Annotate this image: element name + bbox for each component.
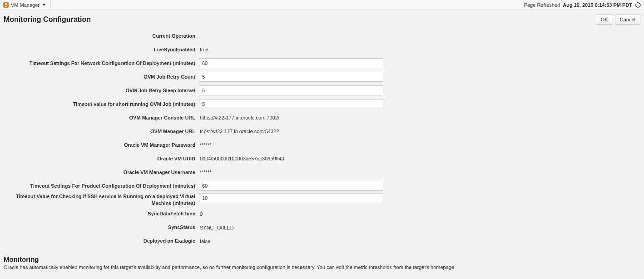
- field-ovm-job-retry-sleep: OVM Job Retry Sleep Interval: [4, 84, 640, 97]
- page-title: Monitoring Configuration: [4, 15, 91, 24]
- monitoring-config-form: Current Operation LiveSyncEnabled true T…: [0, 27, 644, 252]
- label-timeout-ssh-check: Timeout Value for Checking if SSH servic…: [4, 193, 199, 207]
- label-ovm-username: Oracle VM Manager Username: [4, 169, 199, 176]
- input-timeout-network-cfg[interactable]: [199, 58, 383, 68]
- label-current-operation: Current Operation: [4, 33, 199, 40]
- topbar: VM Manager Page Refreshed Aug 19, 2015 6…: [0, 0, 644, 10]
- label-deployed-on-exalogic: Deployed on Exalogic: [4, 238, 199, 244]
- value-sync-data-fetch-time: 0: [199, 209, 203, 219]
- monitoring-section-title: Monitoring: [4, 255, 640, 263]
- value-ovm-manager-url: tcps://vt22-177.in.oracle.com:54322: [199, 127, 280, 136]
- input-timeout-product-cfg[interactable]: [199, 181, 383, 191]
- label-sync-data-fetch-time: SyncDataFetchTime: [4, 210, 199, 217]
- field-timeout-short-ovm: Timeout value for short running OVM Job …: [4, 97, 640, 111]
- input-timeout-ssh-check[interactable]: [199, 193, 383, 203]
- label-ovm-job-retry-count: OVM Job Retry Count: [4, 74, 199, 80]
- label-ovm-console-url: OVM Manager Console URL: [4, 115, 199, 121]
- field-ovm-manager-url: OVM Manager URL tcps://vt22-177.in.oracl…: [4, 125, 640, 138]
- vm-manager-menu[interactable]: VM Manager: [3, 0, 51, 10]
- field-sync-status: SyncStatus SYNC_FAILED: [4, 221, 640, 234]
- value-ovm-uuid: 0004fb00000100003ae57ac309a9ff40: [199, 154, 285, 163]
- svg-point-1: [5, 3, 7, 5]
- field-live-sync-enabled: LiveSyncEnabled true: [4, 43, 640, 56]
- field-ovm-username: Oracle VM Manager Username ******: [4, 165, 640, 179]
- value-current-operation: [199, 34, 201, 38]
- label-live-sync-enabled: LiveSyncEnabled: [4, 46, 199, 53]
- value-deployed-on-exalogic: false: [199, 237, 211, 246]
- field-ovm-job-retry-count: OVM Job Retry Count: [4, 70, 640, 84]
- label-timeout-product-cfg: Timeout Settings For Product Configurati…: [4, 183, 199, 189]
- page-header: Monitoring Configuration OK Cancel: [0, 10, 644, 27]
- monitoring-section-desc: Oracle has automatically enabled monitor…: [4, 264, 640, 271]
- label-ovm-manager-url: OVM Manager URL: [4, 128, 199, 135]
- value-ovm-password: ******: [199, 140, 213, 149]
- action-buttons: OK Cancel: [596, 15, 640, 25]
- label-ovm-uuid: Oracle VM UUID: [4, 155, 199, 162]
- page-refreshed-timestamp: Aug 19, 2015 6:14:53 PM PDT: [563, 2, 632, 8]
- field-timeout-network-cfg: Timeout Settings For Network Configurati…: [4, 56, 640, 70]
- field-deployed-on-exalogic: Deployed on Exalogic false: [4, 234, 640, 248]
- value-live-sync-enabled: true: [199, 45, 209, 54]
- field-ovm-uuid: Oracle VM UUID 0004fb00000100003ae57ac30…: [4, 152, 640, 165]
- field-sync-data-fetch-time: SyncDataFetchTime 0: [4, 207, 640, 221]
- field-ovm-console-url: OVM Manager Console URL https://vt22-177…: [4, 111, 640, 125]
- label-timeout-short-ovm: Timeout value for short running OVM Job …: [4, 101, 199, 108]
- input-timeout-short-ovm[interactable]: [199, 99, 383, 109]
- label-ovm-job-retry-sleep: OVM Job Retry Sleep Interval: [4, 87, 199, 94]
- page-refreshed-label: Page Refreshed: [524, 2, 560, 8]
- value-sync-status: SYNC_FAILED: [199, 223, 235, 232]
- vm-manager-icon: [3, 2, 9, 8]
- ok-button[interactable]: OK: [596, 15, 613, 25]
- label-timeout-network-cfg: Timeout Settings For Network Configurati…: [4, 60, 199, 67]
- label-ovm-password: Oracle VM Manager Password: [4, 142, 199, 149]
- value-ovm-console-url: https://vt22-177.in.oracle.com:7002/: [199, 113, 280, 122]
- cancel-button[interactable]: Cancel: [615, 15, 640, 25]
- input-ovm-job-retry-sleep[interactable]: [199, 85, 383, 95]
- page-refreshed: Page Refreshed Aug 19, 2015 6:14:53 PM P…: [524, 2, 641, 8]
- vm-manager-menu-label: VM Manager: [11, 2, 40, 8]
- field-current-operation: Current Operation: [4, 29, 640, 43]
- refresh-icon[interactable]: [635, 2, 641, 8]
- value-ovm-username: ******: [199, 168, 213, 177]
- chevron-down-icon: [42, 4, 46, 6]
- label-sync-status: SyncStatus: [4, 224, 199, 231]
- input-ovm-job-retry-count[interactable]: [199, 72, 383, 82]
- field-ovm-password: Oracle VM Manager Password ******: [4, 138, 640, 152]
- field-timeout-product-cfg: Timeout Settings For Product Configurati…: [4, 179, 640, 193]
- field-timeout-ssh-check: Timeout Value for Checking if SSH servic…: [4, 193, 640, 207]
